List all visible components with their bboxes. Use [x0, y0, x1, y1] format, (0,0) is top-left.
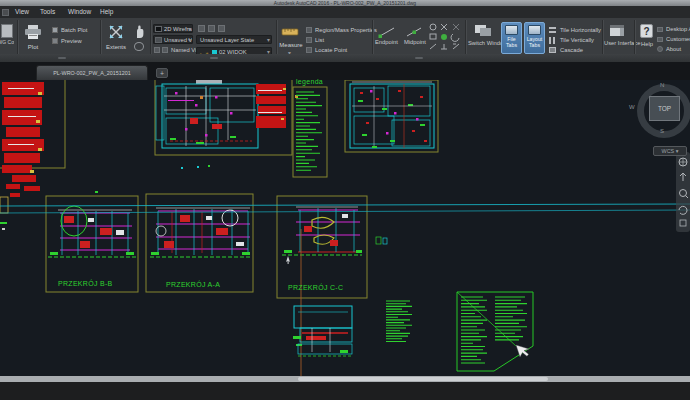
section-aa: [150, 208, 252, 257]
section-cc-label: PRZEKRÓJ C-C: [288, 284, 343, 291]
autocad-window: Autodesk AutoCAD 2016 - PL-WRO-002_PW_A_…: [0, 0, 690, 400]
measure-button-label[interactable]: Measure: [278, 42, 304, 48]
file-tabs-button[interactable]: File Tabs: [501, 22, 522, 54]
plot-icon[interactable]: [24, 24, 42, 40]
user-interface-button[interactable]: User Interface: [604, 40, 632, 46]
file-tabs-icon: [505, 25, 518, 35]
file-tab-active[interactable]: PL-WRO-002_PW_A_20151201: [36, 65, 148, 80]
model-space-canvas[interactable]: legenda PRZEKRÓJ B-B PRZEKRÓJ A-A PRZEKR…: [0, 80, 690, 376]
pan-icon[interactable]: [134, 25, 146, 39]
menu-view[interactable]: View: [15, 8, 29, 15]
preview-icon: [52, 38, 58, 44]
tile-vertically-icon: [549, 37, 555, 44]
left-viewport: [0, 80, 65, 197]
section-cc: [282, 207, 362, 255]
help-icon[interactable]: ?: [640, 24, 653, 38]
ribbon-panel-strip: [0, 54, 690, 62]
section-bb: [48, 206, 136, 257]
visual-style-icon: [155, 26, 162, 32]
customer-involvement-icon: [657, 37, 663, 42]
layer-tool-icon[interactable]: [198, 25, 205, 32]
measure-icon[interactable]: [281, 26, 299, 38]
layer-tool-icon[interactable]: [208, 25, 215, 32]
view-dropdown[interactable]: Unsaved View▾: [153, 35, 193, 44]
osnap-grid-icons[interactable]: [428, 22, 462, 52]
layer-state-dropdown[interactable]: Unsaved Layer State▾: [196, 35, 272, 44]
wcs-menu[interactable]: WCS ▾: [653, 146, 687, 156]
midpoint-icon[interactable]: [405, 26, 423, 38]
midpoint-button[interactable]: Midpoint: [404, 39, 426, 45]
construction-lines: [0, 204, 690, 213]
desktop-analytics-icon: [657, 27, 663, 32]
file-tab-bar: PL-WRO-002_PW_A_20151201 +: [0, 62, 690, 80]
tile-horizontally-icon: [549, 27, 556, 33]
view-tool-icon[interactable]: [162, 47, 168, 53]
locate-point-button[interactable]: Locate Point: [315, 47, 347, 53]
user-interface-icon[interactable]: [609, 24, 625, 38]
viewcube-south[interactable]: S: [660, 128, 664, 134]
layout-tabs-icon: [528, 25, 541, 35]
edge-marks: [0, 197, 8, 230]
command-line[interactable]: X = 3917.45, Delta Y = -511.15, Delta Z …: [0, 382, 690, 400]
preview-button[interactable]: Preview: [61, 38, 82, 44]
small-markers: [376, 237, 387, 244]
orbit-icon[interactable]: [134, 42, 144, 51]
endpoint-icon[interactable]: [378, 26, 396, 38]
visual-style-dropdown[interactable]: 2D Wireframe▾: [153, 24, 193, 33]
menu-tools[interactable]: Tools: [40, 8, 55, 15]
endpoint-button[interactable]: Endpoint: [375, 39, 398, 45]
floor-plan-right: [345, 80, 438, 152]
notes-block: [386, 301, 412, 342]
help-button[interactable]: Help: [641, 41, 653, 47]
viewcube-north[interactable]: N: [660, 82, 664, 88]
drawing-entities: [0, 80, 690, 376]
customer-involvement-button[interactable]: Customer Involvement: [666, 36, 690, 42]
detail-section-bottom: [293, 306, 352, 356]
tile-horizontally-button[interactable]: Tile Horizontally: [560, 27, 601, 33]
extents-button-label[interactable]: Extents: [102, 44, 130, 50]
list-icon: [306, 37, 312, 43]
view-icon: [155, 37, 162, 43]
scrollbar-thumb[interactable]: [298, 377, 548, 381]
floor-plan-left: [155, 80, 292, 155]
locate-point-icon: [306, 47, 312, 53]
menu-help[interactable]: Help: [100, 8, 113, 15]
view-tool-icon[interactable]: [154, 47, 160, 53]
dwg-convert-button[interactable]: DWG Convert: [0, 23, 14, 53]
plot-button-label[interactable]: Plot: [24, 44, 42, 50]
viewcube-west[interactable]: W: [629, 104, 635, 110]
navigation-bar[interactable]: [676, 152, 690, 232]
region-mass-properties-button[interactable]: Region/Mass Properties: [315, 27, 377, 33]
layer-tool-icon[interactable]: [218, 25, 225, 32]
switch-windows-icon[interactable]: [474, 24, 492, 38]
cascade-button[interactable]: Cascade: [560, 47, 583, 53]
list-button[interactable]: List: [315, 37, 324, 43]
app-menu-icon[interactable]: [2, 9, 9, 16]
layout-tabs-button[interactable]: Layout Tabs: [524, 22, 545, 54]
region-icon: [306, 27, 312, 33]
about-button[interactable]: About: [666, 46, 681, 52]
cascade-icon: [549, 47, 556, 53]
menu-bar: View Tools Window Help: [0, 6, 690, 18]
small-arrow-marker: [286, 256, 290, 264]
menu-window[interactable]: Window: [68, 8, 91, 15]
desktop-analytics-button[interactable]: Desktop Analytics: [666, 26, 690, 32]
stray-dots: [95, 165, 210, 193]
zoom-extents-icon[interactable]: [108, 24, 124, 40]
new-tab-button[interactable]: +: [156, 68, 168, 78]
batch-plot-icon: [52, 27, 58, 33]
batch-plot-button[interactable]: Batch Plot: [61, 27, 87, 33]
viewcube-top-face[interactable]: TOP: [649, 96, 680, 121]
legend-label: legenda: [296, 78, 323, 85]
section-aa-label: PRZEKRÓJ A-A: [166, 281, 220, 288]
switch-windows-button[interactable]: Switch Windows: [468, 40, 502, 46]
about-icon: [657, 46, 663, 52]
tile-vertically-button[interactable]: Tile Vertically: [560, 37, 594, 43]
section-bb-label: PRZEKRÓJ B-B: [58, 280, 113, 287]
legend-viewport: [293, 87, 327, 177]
notes-trapezoid: [457, 292, 533, 371]
